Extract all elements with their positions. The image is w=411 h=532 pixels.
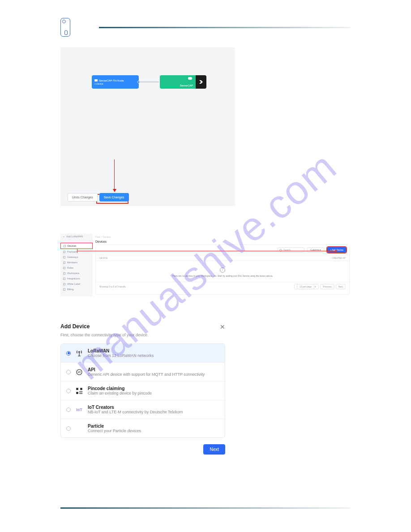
particle-icon: [75, 425, 83, 433]
flow-wire: [139, 82, 159, 82]
flow-node-title: SenseCAP-TH-Node: [99, 79, 124, 82]
footer-divider: [60, 507, 351, 509]
annotation-arrow: [114, 159, 115, 192]
svg-rect-7: [81, 391, 82, 392]
devices-card: Search Columns ▾ + Add Device DEVICE CRE…: [95, 245, 350, 295]
option-particle[interactable]: ParticleConnect your Particle devices: [61, 419, 225, 438]
sidebar-add-lorawan[interactable]: +Add LoRaWAN: [60, 234, 93, 239]
option-api-desc: Generic API device with support for MQTT…: [88, 372, 205, 377]
svg-text:API: API: [77, 371, 81, 373]
save-changes-button[interactable]: Save Changes: [99, 193, 129, 202]
sidebar-item-billing[interactable]: Billing: [60, 287, 93, 292]
next-page-button[interactable]: Next: [336, 284, 346, 289]
flow-node-sensecap-th[interactable]: SenseCAP-TH-Node 1 Device: [92, 75, 139, 89]
flow-node2-label: SenseCAP: [180, 84, 193, 87]
devices-empty-state: ! There are no devices in your Workspace…: [96, 261, 349, 282]
next-button[interactable]: Next: [203, 444, 225, 455]
manual-logo-icon: [60, 18, 70, 37]
flow-action-bar: Undo Changes Save Changes: [68, 193, 129, 202]
api-icon: API: [75, 368, 83, 376]
prev-page-button[interactable]: Previous: [320, 284, 334, 289]
header-divider: [99, 27, 351, 28]
flow-node-sensecap[interactable]: SenseCAP: [160, 75, 196, 89]
sidebar-item-devices[interactable]: Devices: [60, 243, 93, 249]
search-input[interactable]: Search: [278, 247, 304, 253]
empty-message: There are no devices in your Workspace, …: [172, 275, 273, 277]
option-lorawan[interactable]: LoRaWANChoose from 12 LoRaWAN networks: [61, 344, 225, 362]
option-iotcreators[interactable]: IoT IoT CreatorsNB-IoT and LTE-M connect…: [61, 400, 225, 419]
page-header: [60, 18, 351, 37]
radio-lorawan[interactable]: [66, 351, 71, 356]
sidebar-item-payloads[interactable]: Payloads: [60, 249, 93, 254]
qr-icon: [75, 387, 83, 395]
fleet-sidebar: +Add LoRaWAN Devices Payloads Gateways M…: [60, 234, 93, 296]
sidebar-item-gateways[interactable]: Gateways: [60, 254, 93, 260]
antenna-icon: [75, 349, 83, 357]
iot-icon: IoT: [75, 406, 83, 414]
cloud-icon: [188, 77, 192, 80]
radio-pincode[interactable]: [66, 389, 71, 393]
flow-node-subtitle: 1 Device: [94, 82, 136, 85]
sidebar-item-members[interactable]: Members: [60, 260, 93, 265]
radio-iotcreators[interactable]: [66, 408, 71, 412]
sidebar-item-roles[interactable]: Roles: [60, 265, 93, 270]
sidebar-item-integrations[interactable]: Integrations: [60, 276, 93, 281]
option-lorawan-desc: Choose from 12 LoRaWAN networks: [88, 353, 154, 358]
undo-changes-button[interactable]: Undo Changes: [68, 193, 98, 202]
sidebar-item-whitelabel[interactable]: White Label: [60, 281, 93, 287]
flow-canvas-figure: SenseCAP-TH-Node 1 Device SenseCAP Undo …: [60, 47, 235, 206]
svg-rect-5: [76, 392, 78, 394]
option-iot-desc: NB-IoT and LTE-M connectivity by Deutsch…: [88, 410, 183, 414]
svg-rect-8: [80, 393, 81, 394]
folder-icon: [94, 79, 98, 82]
alert-icon: !: [220, 267, 225, 273]
option-pincode[interactable]: Pincode claimingClaim an existing device…: [61, 381, 225, 400]
flow-node-datacake-icon: [196, 75, 206, 89]
sidebar-item-workspace[interactable]: Workspace: [60, 270, 93, 276]
modal-subtitle: First, choose the connectivity type of y…: [60, 333, 225, 337]
svg-point-0: [79, 351, 80, 352]
columns-dropdown[interactable]: Columns ▾: [307, 247, 324, 253]
devices-table-header: DEVICE CREATED AT: [96, 255, 349, 261]
svg-rect-6: [80, 391, 81, 392]
pagination: 10 per page ▾ Previous Next: [294, 284, 346, 289]
option-pincode-title: Pincode claiming: [88, 386, 152, 391]
radio-particle[interactable]: [66, 426, 71, 431]
close-icon[interactable]: ✕: [220, 323, 225, 330]
option-pincode-desc: Claim an existing device by pincode: [88, 391, 152, 395]
results-count: Showing 0 to 0 of 0 results: [99, 285, 126, 288]
per-page-select[interactable]: 10 per page ▾: [294, 284, 319, 289]
option-particle-title: Particle: [88, 424, 141, 429]
svg-rect-9: [81, 393, 82, 394]
modal-title: Add Device: [60, 323, 90, 330]
option-lorawan-title: LoRaWAN: [88, 348, 154, 353]
option-iot-title: IoT Creators: [88, 405, 183, 410]
svg-rect-4: [80, 388, 82, 390]
option-api-title: API: [88, 367, 205, 372]
radio-api[interactable]: [66, 370, 71, 374]
devices-table-figure: +Add LoRaWAN Devices Payloads Gateways M…: [60, 234, 351, 296]
connectivity-options: LoRaWANChoose from 12 LoRaWAN networks A…: [60, 343, 225, 438]
option-api[interactable]: API APIGeneric API device with support f…: [61, 362, 225, 381]
breadcrumb: Fleet > Devices: [93, 234, 351, 240]
svg-rect-3: [76, 388, 78, 390]
add-device-modal: Add Device ✕ First, choose the connectiv…: [60, 323, 225, 455]
annotation-arrow-devices-to-add: [77, 251, 337, 251]
option-particle-desc: Connect your Particle devices: [88, 429, 141, 433]
